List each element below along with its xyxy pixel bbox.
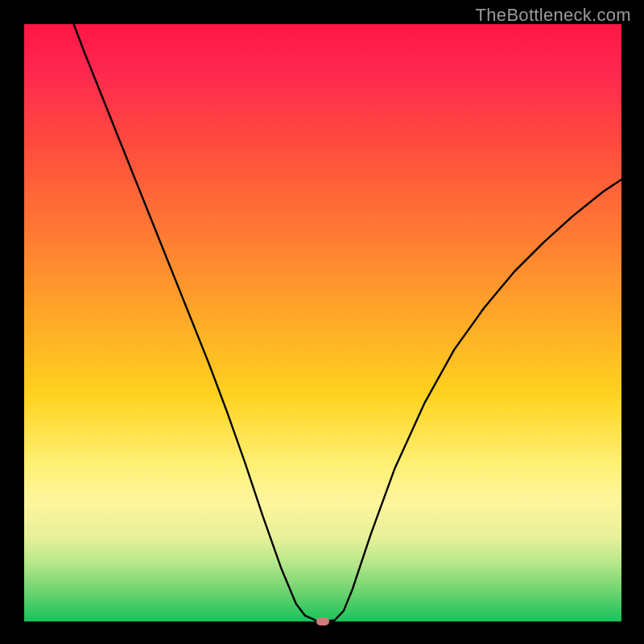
- minimum-marker: [316, 617, 329, 625]
- plot-area: [24, 24, 621, 621]
- chart-frame: TheBottleneck.com: [0, 0, 644, 644]
- watermark-text: TheBottleneck.com: [476, 5, 631, 26]
